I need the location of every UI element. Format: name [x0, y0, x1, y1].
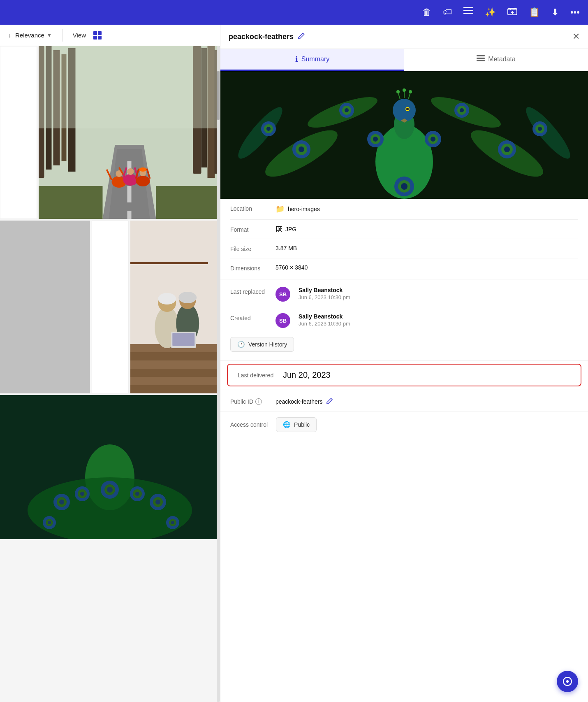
grid-view-icon[interactable]: [93, 31, 102, 40]
tab-summary-label: Summary: [301, 56, 329, 63]
public-id-edit-icon[interactable]: [326, 397, 333, 405]
sort-down-icon: ↓: [8, 32, 11, 39]
fab-button[interactable]: [557, 671, 578, 692]
svg-rect-52: [172, 333, 194, 346]
format-row: Format 🖼 JPG: [230, 220, 578, 239]
panel-title-container: peackock-feathers: [229, 32, 305, 42]
panel-title-edit-icon[interactable]: [298, 32, 305, 42]
svg-point-122: [431, 137, 435, 142]
created-date: Jun 6, 2023 10:30 pm: [299, 321, 350, 327]
download-icon[interactable]: ⬇: [551, 7, 559, 18]
svg-point-67: [135, 492, 139, 496]
location-label: Location: [230, 205, 267, 212]
sort-label: Relevance: [15, 32, 44, 39]
sort-view-divider: [62, 29, 63, 42]
panel-content: Location 📁 hero-images Format 🖼 JPG File…: [220, 71, 588, 702]
image-item-small-white[interactable]: [0, 46, 37, 219]
dimensions-label: Dimensions: [230, 264, 267, 272]
last-delivered-value: Jun 20, 2023: [283, 370, 331, 380]
svg-point-104: [266, 127, 271, 131]
image-item-forest[interactable]: [39, 46, 220, 219]
filesize-label: File size: [230, 245, 267, 252]
svg-rect-42: [130, 385, 220, 393]
public-id-row: Public ID i peackock-feathers: [220, 392, 588, 411]
delete-icon[interactable]: 🗑: [422, 7, 431, 18]
svg-point-76: [171, 521, 174, 524]
last-delivered-label: Last delivered: [238, 372, 275, 379]
svg-point-88: [403, 88, 406, 92]
image-icon: 🖼: [275, 225, 282, 233]
format-label: Format: [230, 225, 267, 233]
panel-close-button[interactable]: ✕: [572, 31, 580, 42]
access-control-button[interactable]: 🌐 Public: [276, 417, 317, 432]
svg-rect-0: [463, 7, 473, 8]
more-icon[interactable]: •••: [570, 7, 580, 18]
tab-metadata[interactable]: Metadata: [404, 49, 588, 71]
tab-metadata-label: Metadata: [488, 56, 516, 63]
peacock-bottom-row: [0, 395, 220, 539]
access-control-value: Public: [294, 421, 310, 428]
svg-rect-44: [130, 262, 208, 264]
svg-rect-40: [130, 369, 220, 377]
svg-rect-21: [156, 186, 220, 219]
image-item-gray[interactable]: [0, 221, 90, 393]
svg-rect-79: [477, 60, 485, 61]
history-icon: 🕐: [237, 341, 245, 348]
image-grid: [0, 46, 220, 702]
image-item-women-stairs[interactable]: [130, 221, 220, 393]
image-item-white-small[interactable]: [92, 221, 129, 393]
svg-point-91: [406, 108, 409, 110]
svg-point-58: [59, 500, 64, 504]
svg-point-113: [538, 127, 542, 131]
svg-rect-18: [127, 186, 132, 202]
image-item-peacock-bottom[interactable]: [0, 395, 220, 539]
svg-point-27: [127, 168, 134, 175]
scroll-track[interactable]: [217, 46, 220, 702]
version-history-button[interactable]: 🕐 Version History: [230, 337, 294, 352]
info-icon: ℹ: [295, 55, 298, 64]
book-icon[interactable]: 📋: [529, 7, 540, 18]
svg-rect-41: [130, 377, 220, 385]
format-value: 🖼 JPG: [275, 225, 578, 233]
divider-3: [220, 390, 588, 390]
svg-rect-2: [463, 13, 473, 14]
public-id-value: peackock-feathers: [275, 397, 333, 405]
women-row: [0, 221, 220, 393]
scroll-thumb[interactable]: [217, 71, 220, 120]
svg-rect-14: [39, 46, 220, 128]
svg-point-73: [48, 521, 51, 524]
svg-point-116: [460, 108, 464, 112]
sort-dropdown[interactable]: Relevance ▼: [15, 32, 52, 39]
preview-image: [220, 71, 588, 199]
tab-summary[interactable]: ℹ Summary: [220, 49, 404, 71]
created-label: Created: [230, 313, 267, 321]
svg-point-30: [136, 176, 150, 186]
location-value: 📁 hero-images: [275, 205, 578, 214]
svg-point-61: [80, 492, 84, 496]
metadata-icon: [477, 55, 485, 63]
access-control-row: Access control 🌐 Public: [220, 411, 588, 438]
created-avatar: SB: [275, 313, 290, 328]
list-icon[interactable]: [463, 7, 473, 18]
svg-point-26: [123, 174, 138, 186]
panel-tabs: ℹ Summary Metadata: [220, 49, 588, 71]
svg-point-32: [139, 167, 147, 172]
access-control-label: Access control: [230, 421, 268, 428]
last-replaced-row: Last replaced SB Sally Beanstock Jun 6, …: [220, 281, 588, 307]
last-delivered-section: Last delivered Jun 20, 2023: [227, 364, 581, 386]
public-id-info-icon[interactable]: i: [255, 398, 262, 405]
tag-icon[interactable]: 🏷: [443, 7, 452, 18]
svg-point-101: [299, 146, 304, 152]
divider-2: [220, 360, 588, 360]
svg-point-83: [393, 99, 416, 122]
svg-rect-77: [477, 55, 485, 56]
svg-rect-78: [477, 58, 485, 59]
svg-rect-1: [463, 10, 473, 11]
wand-icon[interactable]: ✨: [485, 7, 496, 18]
panel-header: peackock-feathers ✕: [220, 25, 588, 49]
svg-point-119: [373, 137, 378, 142]
folder-icon: 📁: [275, 205, 285, 214]
created-user-info: Sally Beanstock Jun 6, 2023 10:30 pm: [299, 313, 350, 327]
upload-folder-icon[interactable]: [507, 7, 517, 18]
dimensions-row: Dimensions 5760 × 3840: [230, 258, 578, 277]
